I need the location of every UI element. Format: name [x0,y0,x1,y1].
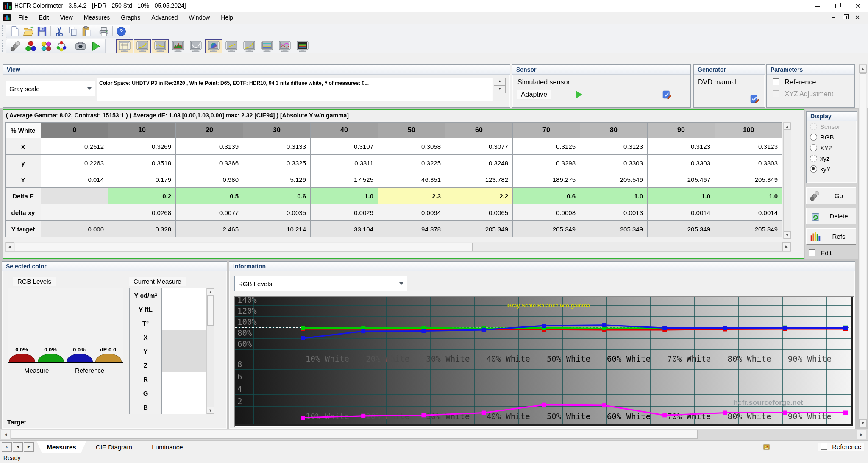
measure-row-value-z[interactable] [162,358,206,372]
save-icon[interactable] [35,25,49,37]
measure-row-value-b[interactable] [162,400,206,414]
cell-y-target-0[interactable]: 0.000 [41,221,108,237]
view-type-select[interactable]: Gray scale [6,81,95,96]
cell-x-0[interactable]: 0.2512 [41,138,108,155]
cell-delta-xy-0[interactable] [41,204,108,221]
mdi-minimize-button[interactable] [829,14,838,22]
cell-y-80[interactable]: 0.3303 [580,155,648,171]
column-header-80[interactable]: 80 [580,123,648,138]
cell-y-60[interactable]: 123.782 [445,171,513,188]
column-header-100[interactable]: 100 [715,123,782,138]
menu-graphs[interactable]: Graphs [115,12,146,24]
measure-row-value-g[interactable] [162,386,206,400]
cell-y-100[interactable]: 205.349 [715,171,782,188]
cell-y-target-20[interactable]: 2.465 [176,221,243,237]
cell-delta-xy-70[interactable]: 0.0008 [513,204,580,221]
cell-x-40[interactable]: 0.3107 [311,138,378,155]
toolbar-grip[interactable] [2,40,3,52]
measure-row-value-y[interactable] [162,344,206,358]
column-header-30[interactable]: 30 [243,123,311,138]
info-scroll-up-button[interactable]: ▲ [494,78,506,86]
cell-delta-xy-30[interactable]: 0.0035 [243,204,311,221]
new-document-icon[interactable] [8,25,22,37]
scroll-down-icon[interactable]: ▼ [859,419,867,427]
snapshot-icon[interactable] [73,40,88,52]
cell-y-90[interactable]: 0.3303 [648,155,715,171]
menu-file[interactable]: File [13,12,33,24]
radio-xyz[interactable] [810,155,817,162]
refs-button[interactable]: Refs [806,228,856,245]
cell-y-target-80[interactable]: 205.349 [580,221,648,237]
cell-delta-xy-60[interactable]: 0.0065 [445,204,513,221]
cell-delta-e-0[interactable] [41,188,108,204]
cell-y-0[interactable]: 0.2263 [41,155,108,171]
cell-y-40[interactable]: 17.525 [311,171,378,188]
column-header-50[interactable]: 50 [378,123,445,138]
cell-delta-e-60[interactable]: 2.2 [445,188,513,204]
scroll-left-icon[interactable]: ◀ [1,430,10,439]
tab-luminance[interactable]: Luminance [142,441,193,453]
tabbar-reference-checkbox[interactable] [821,443,827,450]
cell-y-100[interactable]: 0.3303 [715,155,782,171]
sensor-config-icon[interactable] [661,89,673,100]
close-button[interactable]: ✕ [848,0,868,12]
about-icon[interactable]: ? [114,25,128,37]
continuous-measure-icon[interactable] [54,40,69,52]
cell-x-60[interactable]: 0.3077 [445,138,513,155]
toolbar-grip[interactable] [2,25,3,36]
grayscale-measure-icon[interactable] [8,40,23,52]
sensor-run-icon[interactable] [576,91,582,98]
cell-delta-e-80[interactable]: 1.0 [580,188,648,204]
tab-gamma[interactable]: Gamma [190,441,231,453]
cell-delta-xy-10[interactable]: 0.0268 [108,204,176,221]
cell-y-80[interactable]: 205.549 [580,171,648,188]
cell-delta-e-90[interactable]: 1.0 [648,188,715,204]
cell-x-70[interactable]: 0.3125 [513,138,580,155]
info-scroll-down-button[interactable]: ▼ [494,85,506,93]
mdi-restore-button[interactable] [840,14,849,22]
cell-y-60[interactable]: 0.3248 [445,155,513,171]
scroll-up-icon[interactable]: ▲ [207,288,214,296]
cell-y-target-90[interactable]: 205.349 [648,221,715,237]
cell-delta-e-20[interactable]: 0.5 [176,188,243,204]
table-vertical-scrollbar[interactable]: ▲ ▼ [783,122,791,239]
cell-x-90[interactable]: 0.3123 [648,138,715,155]
column-header-10[interactable]: 10 [108,123,176,138]
reference-checkbox[interactable] [773,78,779,85]
nearblack-view-icon[interactable] [223,39,240,54]
scroll-right-icon[interactable]: ▶ [782,242,791,251]
cell-y-target-70[interactable]: 205.349 [513,221,580,237]
menu-help[interactable]: Help [215,12,239,24]
column-header-20[interactable]: 20 [176,123,243,138]
measure-row-value-t[interactable] [162,316,206,330]
scroll-up-icon[interactable]: ▲ [859,65,867,73]
cell-delta-e-70[interactable]: 0.6 [513,188,580,204]
secondaries-measure-icon[interactable] [39,40,54,52]
rgb-levels-view-icon[interactable] [152,39,169,54]
menu-view[interactable]: View [55,12,78,24]
tab-cie-diagram[interactable]: CIE Diagram [83,441,145,453]
measures-grid-view-icon[interactable] [116,39,133,54]
cell-x-50[interactable]: 0.3058 [378,138,445,155]
scrollbar-thumb[interactable] [15,243,473,251]
open-folder-icon[interactable] [22,25,35,37]
sensor-mode[interactable]: Adaptive [517,90,551,99]
go-button[interactable]: Go [806,187,856,204]
measure-row-value-r[interactable] [162,372,206,386]
cell-delta-e-30[interactable]: 0.6 [243,188,311,204]
cell-y-20[interactable]: 0.980 [176,171,243,188]
main-horizontal-scrollbar[interactable]: ◀ ▶ [0,429,868,440]
column-header-40[interactable]: 40 [311,123,378,138]
scroll-left-icon[interactable]: ◀ [6,242,14,251]
cell-delta-e-50[interactable]: 2.3 [378,188,445,204]
cell-x-10[interactable]: 0.3269 [108,138,176,155]
cut-icon[interactable] [53,25,66,37]
scroll-down-icon[interactable]: ▼ [207,407,214,414]
tab-measures[interactable]: Measures [36,441,86,453]
run-icon[interactable] [88,40,103,52]
cell-delta-e-40[interactable]: 1.0 [311,188,378,204]
column-header-90[interactable]: 90 [648,123,715,138]
cell-y-target-60[interactable]: 205.349 [445,221,513,237]
measure-row-value-x[interactable] [162,330,206,344]
minimize-button[interactable] [807,0,827,12]
